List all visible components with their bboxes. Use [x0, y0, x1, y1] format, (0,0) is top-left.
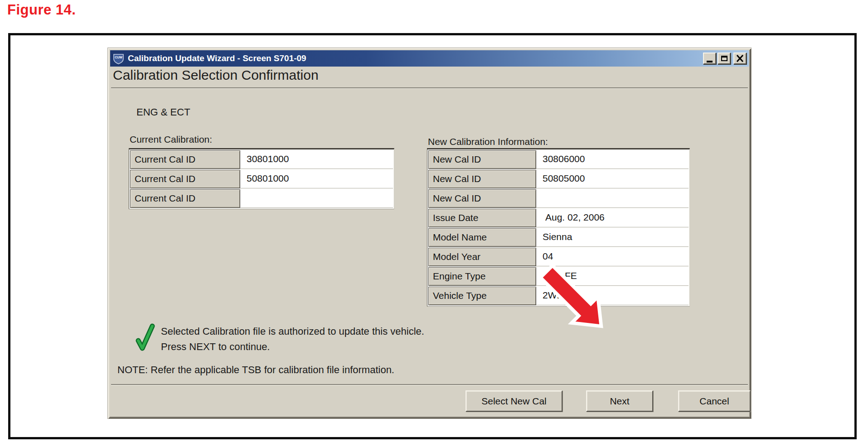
current-calibration-label: Current Calibration:: [130, 134, 212, 145]
system-label: ENG & ECT: [136, 106, 190, 118]
cuw-shield-icon: CUW: [112, 53, 125, 65]
row-label: Model Year: [428, 248, 536, 266]
table-row: New Cal ID 30806000: [428, 150, 689, 169]
table-row: Model Name Sienna: [428, 228, 689, 247]
row-label: Current Cal ID: [130, 189, 240, 208]
checkmark-icon: [135, 323, 155, 352]
figure-border-frame: CUW Calibration Update Wizard - Screen S…: [8, 33, 857, 439]
maximize-icon: [721, 56, 727, 61]
row-label: New Cal ID: [428, 189, 536, 208]
window-titlebar[interactable]: CUW Calibration Update Wizard - Screen S…: [110, 50, 749, 67]
table-row: New Cal ID: [428, 189, 689, 208]
dialog-content: Calibration Selection Confirmation ENG &…: [110, 67, 749, 416]
row-value: [240, 189, 393, 208]
close-icon: [736, 55, 744, 62]
status-line-2: Press NEXT to continue.: [161, 339, 424, 355]
minimize-button[interactable]: [703, 53, 716, 64]
row-label: Engine Type: [428, 267, 536, 286]
row-value: 50801000: [240, 170, 393, 188]
row-label: New Cal ID: [428, 150, 536, 169]
table-row: Current Cal ID: [130, 189, 393, 208]
window-title: Calibration Update Wizard - Screen S701-…: [128, 53, 702, 63]
row-value: 30801000: [240, 150, 393, 169]
maximize-button[interactable]: [718, 53, 731, 64]
row-value: 30806000: [536, 150, 689, 169]
status-message: Selected Calibration file is authorized …: [161, 323, 424, 355]
table-row: Issue Date Aug. 02, 2006: [428, 209, 689, 227]
minimize-icon: [707, 61, 713, 62]
red-arrow-icon: [535, 264, 606, 330]
new-calibration-label: New Calibration Information:: [428, 136, 548, 147]
figure-caption: Figure 14.: [7, 2, 76, 18]
row-label: Vehicle Type: [428, 287, 536, 305]
select-new-cal-button[interactable]: Select New Cal: [466, 390, 563, 412]
button-area-divider: [111, 384, 748, 385]
cancel-button[interactable]: Cancel: [678, 390, 751, 412]
page-title: Calibration Selection Confirmation: [113, 67, 319, 83]
row-value: [536, 189, 689, 208]
current-calibration-table: Current Cal ID 30801000 Current Cal ID 5…: [129, 148, 394, 209]
row-value: Sienna: [536, 228, 689, 247]
row-label: Model Name: [428, 228, 536, 247]
table-row: New Cal ID 50805000: [428, 170, 689, 188]
table-row: Current Cal ID 30801000: [130, 150, 393, 169]
row-value: Aug. 02, 2006: [536, 209, 689, 227]
heading-divider: [111, 87, 748, 89]
row-label: Current Cal ID: [130, 150, 240, 169]
calibration-update-wizard-window: CUW Calibration Update Wizard - Screen S…: [107, 48, 752, 419]
authorization-status: Selected Calibration file is authorized …: [135, 323, 424, 355]
svg-text:CUW: CUW: [115, 56, 122, 59]
close-button[interactable]: [733, 53, 747, 64]
status-line-1: Selected Calibration file is authorized …: [161, 324, 424, 339]
next-button[interactable]: Next: [586, 390, 653, 412]
row-label: New Cal ID: [428, 170, 536, 188]
note-text: NOTE: Refer the applicable TSB for calib…: [117, 364, 394, 376]
table-row: Current Cal ID 50801000: [130, 170, 393, 188]
row-value: 50805000: [536, 170, 689, 188]
row-label: Current Cal ID: [130, 170, 240, 188]
row-label: Issue Date: [428, 209, 536, 227]
